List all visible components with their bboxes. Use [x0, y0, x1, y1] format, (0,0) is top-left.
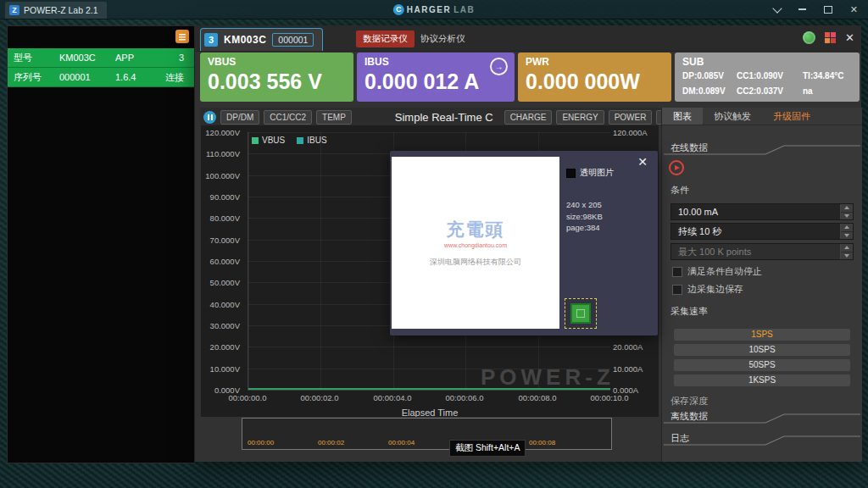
- folder-icon[interactable]: [175, 30, 189, 43]
- device-row-model[interactable]: 型号 KM003C APP 3: [8, 48, 194, 68]
- minimize-icon[interactable]: [798, 8, 806, 10]
- chart-title: Simple Real-Time C: [395, 111, 493, 124]
- rate-1sps-button[interactable]: 1SPS: [674, 329, 850, 341]
- y-axis-label: 50.000V: [210, 278, 240, 287]
- green-dot-icon[interactable]: [803, 31, 815, 44]
- menu-data-recorder[interactable]: 数据记录仪: [356, 30, 415, 47]
- stepper-down[interactable]: [841, 232, 853, 240]
- toggle-cc1cc2-button[interactable]: CC1/CC2: [264, 110, 312, 125]
- section-divider: [662, 434, 862, 447]
- legend-vbus-label: VBUS: [262, 136, 285, 145]
- save-while-sampling-option[interactable]: 边采集边保存: [672, 283, 743, 296]
- chip-icon[interactable]: [565, 298, 597, 329]
- toggle-power-button[interactable]: POWER: [609, 110, 653, 125]
- device-serial-label: 序列号: [8, 71, 53, 84]
- sub-dm: DM:0.089V: [682, 86, 737, 96]
- settings-tabs: 图表 协议触发 升级固件: [662, 108, 862, 125]
- window-titlebar: Z POWER-Z Lab 2.1 C HARGER LAB ✕: [0, 0, 868, 19]
- trash-icon[interactable]: [602, 295, 627, 329]
- toggle-charge-button[interactable]: CHARGE: [504, 110, 553, 125]
- stepper-up[interactable]: [841, 204, 853, 213]
- menu-protocol-analyzer[interactable]: 协议分析仪: [414, 30, 472, 47]
- offline-data-header[interactable]: 离线数据: [662, 408, 862, 425]
- device-list-header: [8, 26, 194, 48]
- image-page-number: page:384: [566, 223, 600, 232]
- pwr-label: PWR: [526, 56, 664, 68]
- sub-label: SUB: [682, 56, 852, 68]
- rate-50sps-button[interactable]: 50SPS: [674, 359, 850, 371]
- ibus-card: IBUS → 0.000 012 A: [357, 53, 515, 102]
- image-preview-popup: 充電頭 www.chongdiantou.com 深圳电脑网络科技有限公司 ✕ …: [390, 151, 658, 336]
- max-points-value: 最大 100 K points: [678, 247, 751, 257]
- chip-body: [570, 303, 591, 324]
- navigator-time: 00:00:00: [248, 439, 274, 446]
- current-threshold-value: 10.00 mA: [678, 207, 718, 217]
- apps-grid-icon[interactable]: [825, 32, 836, 43]
- direction-arrow-icon[interactable]: →: [490, 58, 508, 75]
- up-arrow-icon: [844, 225, 849, 229]
- close-session-icon[interactable]: ✕: [845, 32, 854, 43]
- sub-values: DP:0.085V CC1:0.090V TI:34.84°C DM:0.089…: [682, 71, 852, 96]
- transparent-image-option[interactable]: 透明图片: [566, 167, 614, 179]
- x-axis-label: 00:00:08.0: [519, 393, 557, 402]
- device-connect-status: 连接: [150, 71, 194, 84]
- sub-card: SUB DP:0.085V CC1:0.090V TI:34.84°C DM:0…: [675, 53, 860, 102]
- toggle-dpdm-button[interactable]: DP/DM: [220, 110, 259, 125]
- popup-close-icon[interactable]: ✕: [637, 156, 648, 168]
- close-icon[interactable]: ✕: [850, 5, 858, 14]
- stepper-down[interactable]: [841, 213, 853, 220]
- chart-legend: VBUS IBUS: [252, 136, 327, 145]
- maximize-icon[interactable]: [824, 6, 832, 14]
- device-fw-version: 1.6.4: [109, 72, 150, 82]
- auto-stop-option[interactable]: 满足条件自动停止: [672, 265, 762, 278]
- log-header[interactable]: 日志: [662, 430, 862, 447]
- powerz-logo-icon: Z: [9, 5, 19, 15]
- app-tab[interactable]: Z POWER-Z Lab 2.1: [5, 2, 107, 19]
- timeline-navigator[interactable]: 00:00:00 00:00:02 00:00:04 00:00:06 00:0…: [242, 418, 612, 450]
- pause-chart-icon[interactable]: [203, 111, 216, 124]
- chip-core: [576, 309, 585, 318]
- session-index-badge: 3: [204, 33, 218, 47]
- tab-upgrade-firmware[interactable]: 升级固件: [762, 108, 821, 125]
- y-axis-label: 90.000V: [210, 192, 240, 202]
- sub-na: na: [803, 86, 852, 96]
- y-axis-label: 20.000V: [210, 342, 240, 352]
- app-title: POWER-Z Lab 2.1: [24, 5, 98, 15]
- session-tab[interactable]: 3 KM003C 000001: [200, 28, 323, 51]
- online-data-title: 在线数据: [670, 141, 708, 154]
- duration-input[interactable]: 持续 10 秒: [670, 223, 854, 240]
- y-axis-label: 120.000V: [205, 128, 240, 137]
- tab-protocol-trigger[interactable]: 协议触发: [703, 108, 762, 125]
- save-while-sampling-checkbox[interactable]: [672, 285, 682, 295]
- device-serial-value: 000001: [53, 72, 109, 82]
- down-arrow-icon: [844, 214, 849, 218]
- legend-vbus[interactable]: VBUS: [252, 136, 285, 145]
- desktop: Z POWER-Z Lab 2.1 C HARGER LAB ✕ 型号 KM00…: [0, 0, 868, 488]
- rate-1ksps-button[interactable]: 1KSPS: [674, 374, 850, 386]
- auto-stop-checkbox[interactable]: [672, 267, 682, 277]
- sample-rate-label: 采集速率: [670, 305, 708, 318]
- toggle-temp-button[interactable]: TEMP: [316, 110, 352, 125]
- stepper-up[interactable]: [841, 224, 853, 232]
- chevron-down-icon[interactable]: [772, 3, 782, 13]
- toggle-energy-button[interactable]: ENERGY: [556, 110, 604, 125]
- duration-stepper[interactable]: [840, 224, 853, 239]
- legend-ibus[interactable]: IBUS: [297, 136, 326, 145]
- device-index: 3: [150, 53, 194, 63]
- chargerlab-logo-icon: C: [393, 4, 404, 15]
- device-row-serial[interactable]: 序列号 000001 1.6.4 连接: [8, 68, 194, 87]
- tab-chart[interactable]: 图表: [662, 108, 703, 125]
- y-axis-label: 40.000V: [210, 300, 240, 309]
- brand-text-sub: LAB: [453, 5, 475, 14]
- x-axis-label: 00:00:06.0: [446, 393, 484, 402]
- main-window: 3 KM003C 000001 数据记录仪 协议分析仪 ✕ VBUS 0.003…: [195, 25, 861, 462]
- duration-value: 持续 10 秒: [678, 226, 721, 236]
- transparent-image-checkbox[interactable]: [566, 169, 576, 178]
- record-button[interactable]: [669, 160, 684, 175]
- play-icon: [675, 165, 680, 170]
- current-threshold-stepper[interactable]: [840, 204, 853, 219]
- y-axis-label: 100.000V: [205, 171, 240, 180]
- rate-10sps-button[interactable]: 10SPS: [674, 344, 850, 356]
- current-threshold-input[interactable]: 10.00 mA: [670, 203, 854, 220]
- navigator-time: 00:00:02: [318, 439, 344, 446]
